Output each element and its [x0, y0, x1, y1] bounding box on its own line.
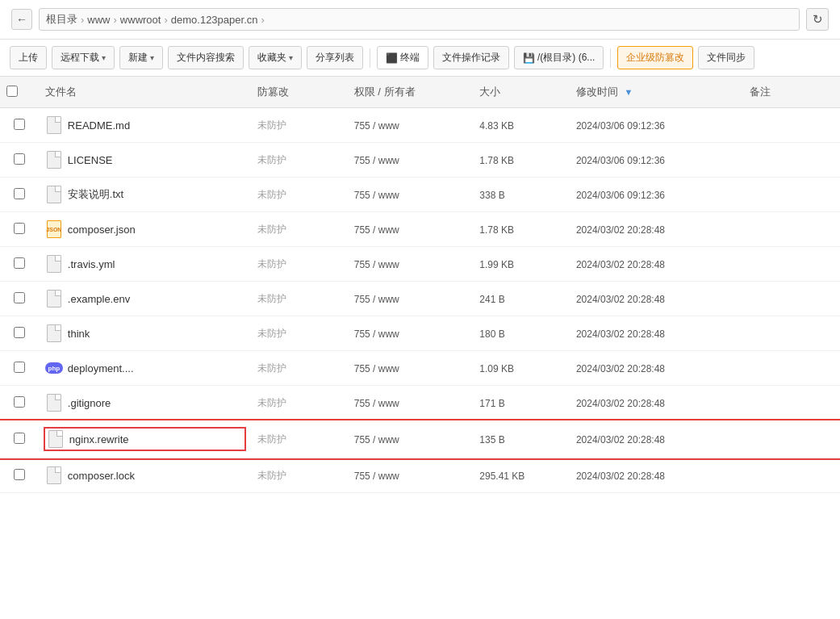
file-name-text[interactable]: .gitignore	[68, 397, 111, 409]
file-name-text[interactable]: .example.env	[68, 293, 130, 305]
file-protect: 未防护	[251, 316, 348, 351]
content-search-button[interactable]: 文件内容搜索	[168, 46, 244, 69]
file-protect: 未防护	[251, 108, 348, 143]
file-note	[743, 143, 840, 178]
select-all-checkbox[interactable]	[6, 86, 18, 97]
doc-file-icon	[47, 430, 65, 448]
file-name-text[interactable]: deployment....	[68, 362, 134, 374]
path-domain: demo.123paper.cn	[171, 14, 258, 26]
file-size: 338 B	[473, 178, 570, 212]
upload-button[interactable]: 上传	[10, 46, 47, 69]
file-size: 241 B	[473, 282, 570, 316]
file-name-text[interactable]: 安装说明.txt	[68, 187, 123, 202]
new-create-button[interactable]: 新建 ▾	[119, 46, 163, 69]
table-row: .gitignore未防护755 / www171 B2024/03/02 20…	[0, 386, 840, 420]
file-permission: 755 / www	[348, 282, 474, 316]
file-note	[743, 458, 840, 493]
file-protect: 未防护	[251, 386, 348, 420]
file-name-text[interactable]: composer.lock	[68, 470, 135, 482]
file-protect: 未防护	[251, 282, 348, 316]
sep3: ›	[164, 14, 167, 26]
doc-file-icon	[45, 186, 63, 203]
file-size: 135 B	[473, 420, 570, 458]
header-name: 文件名	[39, 77, 251, 108]
row-checkbox[interactable]	[14, 362, 25, 373]
file-name-cell: README.md	[45, 116, 244, 134]
row-checkbox[interactable]	[14, 188, 25, 199]
file-protect: 未防护	[251, 420, 348, 458]
file-name-text[interactable]: composer.json	[68, 224, 136, 236]
file-mod-time: 2024/03/02 20:28:48	[570, 458, 743, 493]
file-protect: 未防护	[251, 247, 348, 282]
file-permission: 755 / www	[348, 247, 474, 282]
row-checkbox[interactable]	[14, 327, 25, 338]
file-permission: 755 / www	[348, 108, 474, 143]
file-mod-time: 2024/03/02 20:28:48	[570, 351, 743, 386]
terminal-icon: ⬛	[386, 52, 398, 64]
address-bar: ← 根目录 › www › wwwroot › demo.123paper.cn…	[0, 0, 840, 40]
terminal-button[interactable]: ⬛ 终端	[377, 46, 428, 69]
doc-file-icon	[45, 290, 63, 307]
row-checkbox[interactable]	[14, 433, 25, 444]
sync-button[interactable]: 文件同步	[698, 46, 754, 69]
share-list-button[interactable]: 分享列表	[307, 46, 363, 69]
file-protect: 未防护	[251, 458, 348, 493]
file-note	[743, 247, 840, 282]
file-name-text[interactable]: LICENSE	[68, 154, 113, 166]
header-size: 大小	[473, 77, 570, 108]
row-checkbox[interactable]	[14, 469, 25, 480]
row-checkbox[interactable]	[14, 119, 25, 130]
file-name-cell: phpdeployment....	[45, 359, 244, 377]
file-ops-button[interactable]: 文件操作记录	[433, 46, 509, 69]
toolbar: 上传 远程下载 ▾ 新建 ▾ 文件内容搜索 收藏夹 ▾ 分享列表 ⬛ 终端 文件…	[0, 40, 840, 77]
file-mod-time: 2024/03/02 20:28:48	[570, 420, 743, 458]
header-check[interactable]	[0, 77, 39, 108]
file-name-cell: .example.env	[45, 290, 244, 307]
table-row: nginx.rewrite未防护755 / www135 B2024/03/02…	[0, 420, 840, 458]
divider2	[610, 48, 611, 68]
remote-download-button[interactable]: 远程下载 ▾	[52, 46, 115, 69]
refresh-button[interactable]: ↻	[806, 8, 829, 31]
enterprise-button[interactable]: 企业级防篡改	[617, 46, 693, 69]
file-note	[743, 316, 840, 351]
file-size: 1.09 KB	[473, 351, 570, 386]
back-button[interactable]: ←	[11, 9, 32, 30]
file-name-text[interactable]: README.md	[68, 119, 130, 132]
row-checkbox[interactable]	[14, 257, 25, 269]
row-checkbox[interactable]	[14, 153, 25, 165]
new-create-arrow: ▾	[150, 53, 154, 62]
path-display[interactable]: 根目录 › www › wwwroot › demo.123paper.cn ›	[39, 8, 800, 31]
path-www: www	[87, 14, 110, 26]
doc-file-icon	[45, 394, 63, 412]
divider1	[370, 48, 370, 68]
row-checkbox[interactable]	[14, 223, 25, 234]
doc-file-icon	[45, 255, 63, 273]
file-name-text[interactable]: .travis.yml	[68, 258, 115, 270]
file-name-cell: nginx.rewrite	[45, 429, 244, 450]
doc-file-icon	[45, 466, 63, 484]
file-note	[743, 212, 840, 247]
favorites-button[interactable]: 收藏夹 ▾	[249, 46, 302, 69]
file-size: 295.41 KB	[473, 458, 570, 493]
sep2: ›	[114, 14, 117, 26]
row-checkbox[interactable]	[14, 292, 25, 303]
table-row: .travis.yml未防护755 / www1.99 KB2024/03/02…	[0, 247, 840, 282]
table-row: 安装说明.txt未防护755 / www338 B2024/03/06 09:1…	[0, 178, 840, 212]
file-name-text[interactable]: think	[68, 328, 90, 340]
file-mod-time: 2024/03/06 09:12:36	[570, 143, 743, 178]
root-info-button[interactable]: 💾 /(根目录) (6...	[514, 46, 604, 69]
favorites-arrow: ▾	[289, 53, 293, 62]
sep4: ›	[261, 14, 264, 26]
file-name-cell: JSONcomposer.json	[45, 220, 244, 238]
file-name-cell: .travis.yml	[45, 255, 244, 273]
file-name-cell: think	[45, 324, 244, 342]
file-permission: 755 / www	[348, 420, 474, 458]
file-permission: 755 / www	[348, 458, 474, 493]
file-size: 180 B	[473, 316, 570, 351]
file-name-text[interactable]: nginx.rewrite	[69, 433, 129, 445]
file-name-cell: composer.lock	[45, 466, 244, 484]
file-mod-time: 2024/03/02 20:28:48	[570, 386, 743, 420]
row-checkbox[interactable]	[14, 396, 25, 408]
file-permission: 755 / www	[348, 351, 474, 386]
header-time[interactable]: 修改时间 ▼	[570, 77, 743, 108]
